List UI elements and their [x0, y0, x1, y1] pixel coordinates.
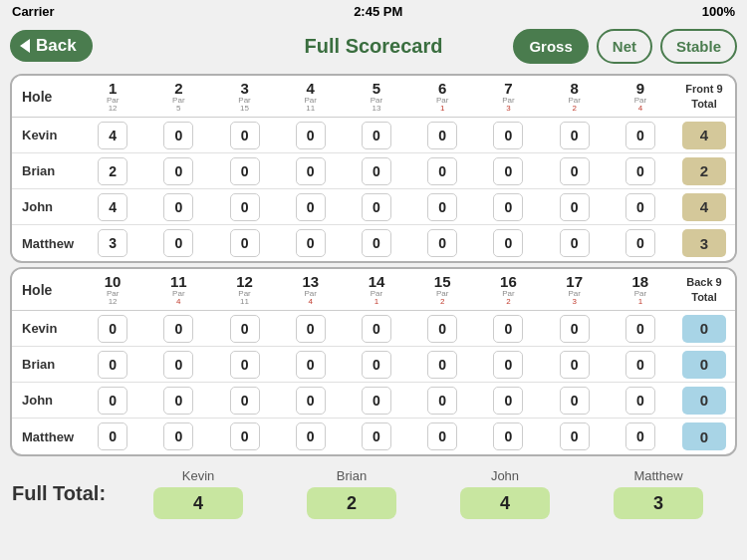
full-total-label: Full Total: — [12, 482, 122, 505]
full-total-player-john: John 4 — [428, 468, 582, 519]
score-cell-kevin-3[interactable]: 0 — [211, 122, 277, 149]
score-cell-john-1[interactable]: 4 — [80, 193, 145, 221]
score-cell-brian-9[interactable]: 0 — [608, 351, 673, 379]
back-button[interactable]: Back — [10, 30, 93, 62]
score-cell-kevin-7[interactable]: 0 — [475, 122, 541, 149]
score-cell-matthew-6[interactable]: 0 — [409, 422, 475, 450]
score-cell-brian-8[interactable]: 0 — [542, 157, 608, 185]
player-name-brian: Brian — [12, 357, 80, 372]
score-cell-brian-4[interactable]: 0 — [278, 157, 344, 185]
score-cell-john-6[interactable]: 0 — [409, 387, 475, 415]
score-cell-kevin-2[interactable]: 0 — [145, 122, 211, 149]
back-label: Back — [36, 36, 77, 56]
score-cell-john-5[interactable]: 0 — [344, 193, 409, 221]
score-cell-john-4[interactable]: 0 — [278, 193, 344, 221]
hole-header-11: 11Par4 — [145, 269, 211, 310]
score-cell-kevin-5[interactable]: 0 — [344, 315, 409, 343]
score-cell-john-7[interactable]: 0 — [475, 387, 541, 415]
total-cell-matthew: 0 — [673, 422, 735, 450]
score-cell-matthew-2[interactable]: 0 — [145, 422, 211, 450]
score-cell-john-4[interactable]: 0 — [278, 387, 344, 415]
score-cell-matthew-5[interactable]: 0 — [344, 229, 409, 257]
hole-header-17: 17Par3 — [542, 269, 608, 310]
total-cell-brian: 2 — [673, 157, 735, 185]
tab-stable[interactable]: Stable — [660, 29, 737, 64]
score-cell-john-8[interactable]: 0 — [542, 387, 608, 415]
score-cell-kevin-1[interactable]: 0 — [80, 315, 145, 343]
score-cell-brian-6[interactable]: 0 — [409, 351, 475, 379]
full-total-score-brian: 2 — [307, 487, 396, 519]
hole-header-6: 6Par1 — [409, 76, 475, 117]
score-cell-john-9[interactable]: 0 — [608, 193, 673, 221]
score-cell-brian-8[interactable]: 0 — [542, 351, 608, 379]
score-cell-matthew-3[interactable]: 0 — [211, 422, 277, 450]
full-total-name-matthew: Matthew — [633, 468, 682, 483]
score-cell-brian-5[interactable]: 0 — [344, 351, 409, 379]
full-total-score-kevin: 4 — [153, 487, 243, 519]
score-cell-kevin-5[interactable]: 0 — [344, 122, 409, 149]
score-cell-matthew-9[interactable]: 0 — [608, 422, 673, 450]
score-cell-kevin-6[interactable]: 0 — [409, 122, 475, 149]
score-cell-john-8[interactable]: 0 — [542, 193, 608, 221]
score-cell-kevin-4[interactable]: 0 — [278, 315, 344, 343]
score-cell-kevin-9[interactable]: 0 — [608, 315, 673, 343]
score-cell-kevin-8[interactable]: 0 — [542, 122, 608, 149]
total-cell-kevin: 0 — [673, 315, 735, 343]
score-cell-brian-3[interactable]: 0 — [211, 351, 277, 379]
score-cell-john-1[interactable]: 0 — [80, 387, 145, 415]
tab-gross[interactable]: Gross — [513, 29, 588, 64]
score-cell-kevin-4[interactable]: 0 — [278, 122, 344, 149]
hole-header-9: 9Par4 — [608, 76, 673, 117]
score-cell-brian-5[interactable]: 0 — [344, 157, 409, 185]
score-cell-kevin-3[interactable]: 0 — [211, 315, 277, 343]
score-cell-matthew-7[interactable]: 0 — [475, 422, 541, 450]
score-cell-john-2[interactable]: 0 — [145, 193, 211, 221]
status-bar: Carrier 2:45 PM 100% — [0, 0, 747, 22]
score-cell-brian-7[interactable]: 0 — [475, 351, 541, 379]
player-row-matthew: Matthew3000000003 — [12, 225, 735, 261]
score-cell-john-9[interactable]: 0 — [608, 387, 673, 415]
score-cell-matthew-9[interactable]: 0 — [608, 229, 673, 257]
score-cell-john-5[interactable]: 0 — [344, 387, 409, 415]
score-cell-matthew-1[interactable]: 0 — [80, 422, 145, 450]
score-cell-john-7[interactable]: 0 — [475, 193, 541, 221]
score-cell-matthew-6[interactable]: 0 — [409, 229, 475, 257]
score-cell-john-3[interactable]: 0 — [211, 387, 277, 415]
player-name-kevin: Kevin — [12, 128, 80, 142]
score-cell-brian-2[interactable]: 0 — [145, 157, 211, 185]
score-cell-matthew-5[interactable]: 0 — [344, 422, 409, 450]
player-row-kevin: Kevin0000000000 — [12, 311, 735, 347]
score-cell-matthew-8[interactable]: 0 — [542, 229, 608, 257]
time-label: 2:45 PM — [354, 4, 402, 19]
score-cell-brian-9[interactable]: 0 — [608, 157, 673, 185]
score-cell-kevin-9[interactable]: 0 — [608, 122, 673, 149]
score-cell-matthew-4[interactable]: 0 — [278, 229, 344, 257]
score-cell-matthew-2[interactable]: 0 — [145, 229, 211, 257]
score-cell-brian-6[interactable]: 0 — [409, 157, 475, 185]
hole-header-4: 4Par11 — [278, 76, 344, 117]
score-cell-kevin-2[interactable]: 0 — [145, 315, 211, 343]
score-cell-kevin-8[interactable]: 0 — [542, 315, 608, 343]
score-cell-brian-4[interactable]: 0 — [278, 351, 344, 379]
score-cell-matthew-1[interactable]: 3 — [80, 229, 145, 257]
score-cell-kevin-6[interactable]: 0 — [409, 315, 475, 343]
score-cell-brian-3[interactable]: 0 — [211, 157, 277, 185]
score-cell-brian-7[interactable]: 0 — [475, 157, 541, 185]
score-cell-matthew-8[interactable]: 0 — [542, 422, 608, 450]
full-total-name-brian: Brian — [337, 468, 367, 483]
score-cell-john-6[interactable]: 0 — [409, 193, 475, 221]
full-total-players: Kevin 4 Brian 2 John 4 Matthew 3 — [122, 468, 735, 519]
tab-net[interactable]: Net — [597, 29, 652, 64]
score-cell-john-3[interactable]: 0 — [211, 193, 277, 221]
score-cell-kevin-1[interactable]: 4 — [80, 122, 145, 149]
score-cell-matthew-4[interactable]: 0 — [278, 422, 344, 450]
score-cell-matthew-7[interactable]: 0 — [475, 229, 541, 257]
player-name-john: John — [12, 393, 80, 408]
score-cell-john-2[interactable]: 0 — [145, 387, 211, 415]
score-cell-brian-1[interactable]: 0 — [80, 351, 145, 379]
score-cell-brian-2[interactable]: 0 — [145, 351, 211, 379]
score-cell-brian-1[interactable]: 2 — [80, 157, 145, 185]
score-cell-matthew-3[interactable]: 0 — [211, 229, 277, 257]
total-cell-john: 4 — [673, 193, 735, 221]
score-cell-kevin-7[interactable]: 0 — [475, 315, 541, 343]
